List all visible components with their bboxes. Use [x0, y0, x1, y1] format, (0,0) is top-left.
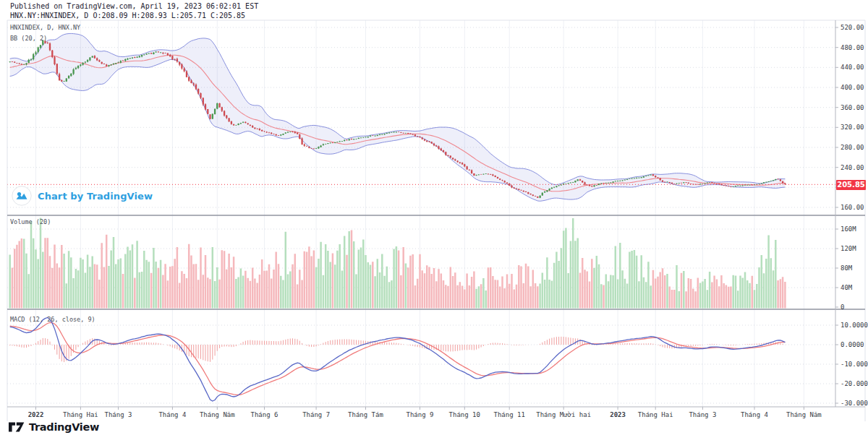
time-axis-label: Tháng 10 — [449, 411, 480, 418]
attribution-label: Chart by TradingView — [38, 191, 153, 202]
time-axis-label: Tháng 3 — [689, 411, 716, 418]
time-axis-label: Tháng 7 — [302, 411, 330, 418]
time-axis-label: Tháng 4 — [158, 411, 186, 418]
price-tick-label: 320.00 — [841, 124, 864, 131]
volume-indicator-legend: Volume (20) — [10, 218, 51, 225]
time-axis[interactable] — [7, 407, 865, 421]
time-axis-label: Tháng Năm — [200, 411, 235, 418]
macd-tick-label: -10.0000 — [841, 361, 868, 368]
tradingview-logo-link[interactable]: TradingView — [9, 421, 99, 433]
last-price-badge: 205.85 — [836, 180, 866, 190]
tradingview-cloud-icon — [12, 186, 32, 206]
price-tick-label: 520.00 — [841, 24, 864, 31]
tradingview-attribution-link[interactable]: Chart by TradingView — [12, 186, 153, 206]
volume-tick-label: 0 — [841, 303, 844, 311]
macd-tick-label: -30.0000 — [841, 400, 868, 407]
price-tick-label: 360.00 — [841, 104, 864, 111]
volume-tick-label: 160M — [841, 225, 856, 233]
price-tick-label: 440.00 — [841, 64, 864, 71]
volume-tick-label: 80M — [841, 264, 853, 272]
volume-tick-label: 120M — [841, 245, 856, 252]
price-tick-label: 160.00 — [841, 204, 864, 211]
time-axis-label: 2023 — [610, 411, 626, 418]
time-axis-label: Tháng 11 — [494, 411, 525, 418]
time-axis-label: Tháng 4 — [741, 411, 768, 418]
time-axis-label: Tháng Hai — [63, 411, 98, 418]
time-axis-label: Tháng Năm — [786, 411, 822, 418]
time-axis-label: Tháng Mười hai — [536, 411, 591, 418]
symbol-legend: HNXINDEX, D, HNX.NY — [10, 24, 80, 31]
macd-panel[interactable] — [7, 309, 835, 407]
brand-wordmark: TradingView — [29, 421, 99, 433]
time-axis-label: 2022 — [28, 411, 44, 418]
volume-tick-label: 40M — [841, 284, 853, 291]
price-axis[interactable] — [835, 20, 865, 407]
price-tick-label: 400.00 — [841, 84, 864, 91]
time-axis-label: Tháng Hai — [638, 411, 673, 418]
macd-tick-label: -20.0000 — [841, 380, 868, 387]
published-chart-page: { "header": { "published_line": "Publish… — [0, 0, 868, 435]
time-axis-label: Tháng 3 — [105, 411, 132, 418]
price-chart[interactable]: 520.00480.00440.00400.00360.00320.00280.… — [0, 0, 868, 435]
time-axis-label: Tháng 9 — [407, 411, 434, 418]
time-axis-label: Tháng Tám — [348, 411, 383, 418]
tradingview-glyph-icon — [9, 421, 25, 433]
macd-tick-label: 10.0000 — [841, 322, 868, 329]
price-tick-label: 480.00 — [841, 44, 864, 51]
macd-tick-label: 0.0000 — [841, 341, 864, 348]
time-axis-label: Tháng 6 — [251, 411, 278, 418]
price-tick-label: 280.00 — [841, 144, 864, 151]
macd-indicator-legend: MACD (12, 26, close, 9) — [10, 316, 95, 323]
bb-indicator-legend: BB (20, 2) — [10, 35, 47, 42]
price-tick-label: 240.00 — [841, 164, 864, 171]
